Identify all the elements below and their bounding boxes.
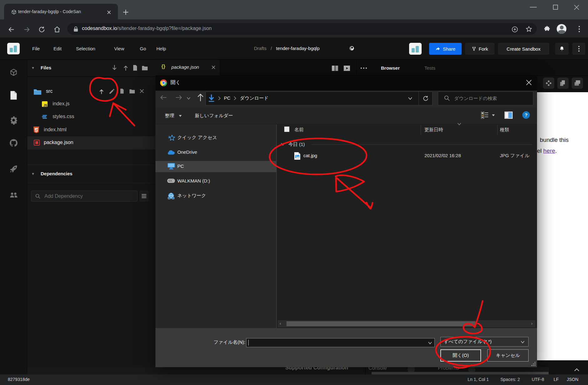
dialog-close-icon[interactable] <box>526 80 532 85</box>
menu-help[interactable]: Help <box>156 46 166 51</box>
dialog-back-icon[interactable] <box>160 95 167 100</box>
editor-tab-packagejson[interactable]: {} package.json <box>155 60 220 76</box>
preview-window-icon[interactable] <box>344 66 350 71</box>
preview-pane-icon[interactable] <box>504 112 513 119</box>
group-chevron-icon[interactable] <box>281 143 285 146</box>
resize-grip[interactable] <box>531 362 536 366</box>
activity-settings-icon[interactable] <box>9 116 18 125</box>
fork-button[interactable]: Fork <box>465 43 494 55</box>
preview-new-window-button[interactable] <box>557 78 569 89</box>
address-dropdown-chevron-icon[interactable] <box>408 97 412 100</box>
menu-selection[interactable]: Selection <box>76 46 95 51</box>
filename-input[interactable] <box>246 338 435 347</box>
nav-item-onedrive[interactable]: OneDrive <box>155 147 276 158</box>
csb-logo[interactable] <box>7 43 20 54</box>
filetype-dropdown[interactable]: すべてのファイル (*.*) <box>440 337 529 347</box>
add-dependency-input[interactable]: Add Dependency <box>31 191 138 202</box>
upload-to-folder-icon[interactable] <box>99 88 104 94</box>
breadcrumb-pc[interactable]: PC <box>224 95 231 101</box>
browser-menu-icon[interactable] <box>576 25 582 33</box>
status-cursor[interactable]: Ln 1, Col 1 <box>468 377 489 382</box>
file-row-src[interactable]: src <box>27 85 155 98</box>
activity-deploy-icon[interactable] <box>9 164 18 173</box>
hscrollbar[interactable]: ‹ › <box>278 320 535 327</box>
bookmark-star-icon[interactable] <box>525 26 532 32</box>
filename-dropdown-chevron-icon[interactable] <box>428 342 432 344</box>
menu-view[interactable]: View <box>114 46 124 51</box>
new-tab-icon[interactable] <box>123 9 129 15</box>
file-row-stylescss[interactable]: styles.css <box>27 110 155 123</box>
breadcrumb-downloads[interactable]: ダウンロード <box>240 95 269 101</box>
nav-item-walkman[interactable]: WALKMAN (D:) <box>155 176 276 187</box>
row-new-file-icon[interactable] <box>120 88 124 94</box>
split-view-icon[interactable] <box>332 66 338 71</box>
share-button[interactable]: Share <box>429 43 462 55</box>
dependency-menu-button[interactable] <box>139 191 149 202</box>
row-new-folder-icon[interactable] <box>129 89 135 93</box>
delete-x-icon[interactable] <box>139 89 144 93</box>
tab-browser[interactable]: Browser <box>381 65 400 71</box>
view-list-chevron-icon[interactable] <box>492 114 495 117</box>
column-header-checkbox[interactable] <box>284 127 289 132</box>
tab-tests[interactable]: Tests <box>424 65 435 71</box>
activity-project-icon[interactable] <box>9 68 18 77</box>
tab-close-x-icon[interactable] <box>211 65 215 69</box>
breadcrumb-drafts[interactable]: Drafts <box>254 46 266 51</box>
file-row-indexhtml[interactable]: index.html <box>27 123 155 137</box>
activity-live-icon[interactable] <box>9 190 18 199</box>
rename-pencil-icon[interactable] <box>109 89 114 94</box>
nav-item-pc[interactable]: PC <box>155 161 276 172</box>
upload-file-icon[interactable] <box>123 65 129 71</box>
file-row-indexjs[interactable]: JS index.js <box>27 98 155 111</box>
window-minimize-icon[interactable] <box>530 7 537 8</box>
profile-avatar[interactable] <box>557 24 566 34</box>
status-eol[interactable]: LF <box>554 377 559 382</box>
refresh-icon[interactable] <box>423 95 429 102</box>
notifications-button[interactable] <box>555 43 569 55</box>
forward-icon[interactable] <box>23 26 30 33</box>
menu-edit[interactable]: Edit <box>53 46 62 51</box>
extensions-puzzle-icon[interactable] <box>544 26 550 32</box>
view-list-icon[interactable] <box>481 112 489 119</box>
header-menu-button[interactable] <box>572 43 585 55</box>
preview-duplicate-button[interactable] <box>572 78 583 89</box>
reload-icon[interactable] <box>38 26 45 33</box>
file-row-catjpg[interactable]: cat.jpg 2021/02/02 16:28 JPG ファイル <box>278 151 534 161</box>
scroll-right-icon[interactable]: › <box>531 321 533 326</box>
csb-mini-logo[interactable] <box>409 43 422 55</box>
tab-close-icon[interactable] <box>106 10 112 15</box>
status-language[interactable]: JSON <box>567 377 578 382</box>
nav-item-network[interactable]: ネットワーク <box>155 190 276 202</box>
column-header-type[interactable]: 種類 <box>500 127 509 133</box>
new-folder-icon[interactable] <box>142 66 148 70</box>
help-icon[interactable]: ? <box>522 111 530 119</box>
column-header-name[interactable]: 名前 <box>294 127 304 133</box>
zoom-page-icon[interactable] <box>512 26 518 32</box>
file-row-packagejson[interactable]: package.json <box>27 136 155 149</box>
editor-more-icon[interactable] <box>360 66 367 70</box>
dialog-address-bar[interactable] <box>205 92 433 105</box>
dialog-titlebar[interactable] <box>155 76 537 91</box>
status-encoding[interactable]: UTF-8 <box>532 377 544 382</box>
new-file-icon[interactable] <box>133 65 138 71</box>
window-maximize-icon[interactable] <box>553 5 558 10</box>
dependencies-header[interactable]: Dependencies <box>41 171 73 176</box>
privacy-globe-icon[interactable] <box>349 46 354 51</box>
panel-expand-chevron-icon[interactable] <box>574 368 579 371</box>
dialog-forward-icon[interactable] <box>175 95 182 100</box>
up-folder-icon[interactable] <box>197 93 204 102</box>
download-file-icon[interactable] <box>112 65 117 71</box>
column-divider2[interactable] <box>497 125 498 135</box>
column-header-modified[interactable]: 更新日時 <box>424 127 443 133</box>
recent-locations-chevron-icon[interactable] <box>187 97 190 100</box>
organize-button[interactable]: 整理 <box>165 113 174 119</box>
cancel-button[interactable]: キャンセル <box>487 349 529 362</box>
nav-item-quick-access[interactable]: クイック アクセス <box>155 132 276 143</box>
activity-files-icon[interactable] <box>10 91 18 100</box>
here-link[interactable]: here <box>543 148 555 154</box>
problems-tab-label[interactable]: Problems <box>438 367 459 371</box>
menu-go[interactable]: Go <box>140 46 146 51</box>
column-divider1[interactable] <box>421 125 421 135</box>
url-text[interactable]: codesandbox.io/s/tender-faraday-bgqlp?fi… <box>82 26 212 31</box>
create-sandbox-button[interactable]: Create Sandbox <box>498 43 549 55</box>
